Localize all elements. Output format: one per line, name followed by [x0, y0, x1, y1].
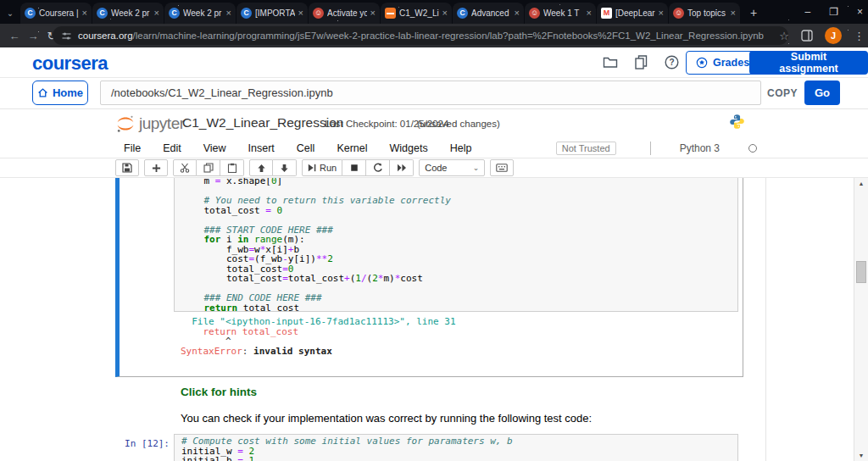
- files-folder-icon[interactable]: [603, 55, 618, 69]
- tab-close-icon[interactable]: ×: [226, 8, 231, 18]
- window-restore-button[interactable]: ❐: [829, 6, 838, 18]
- jupyter-logo-icon: [115, 114, 136, 134]
- coursera-favicon: [457, 8, 468, 19]
- menu-view[interactable]: View: [203, 142, 226, 154]
- chevron-down-icon: ⌄: [473, 164, 480, 172]
- url-text: coursera.org/learn/machine-learning/prog…: [78, 31, 764, 41]
- interrupt-kernel-button[interactable]: [342, 159, 366, 176]
- save-button[interactable]: [115, 159, 139, 176]
- coursera-logo[interactable]: coursera: [32, 53, 108, 75]
- selected-code-cell[interactable]: m = x.shape[0] # You need to return this…: [115, 178, 743, 377]
- menu-kernel[interactable]: Kernel: [337, 142, 367, 154]
- add-cell-button[interactable]: [144, 159, 168, 176]
- forward-button[interactable]: →: [24, 30, 42, 42]
- browser-menu-icon[interactable]: ⋮: [854, 30, 865, 42]
- go-button[interactable]: Go: [804, 81, 840, 105]
- paste-cell-button[interactable]: [220, 159, 244, 176]
- split-screen-icon[interactable]: [801, 30, 813, 42]
- tab-close-icon[interactable]: ×: [370, 8, 376, 18]
- tab-close-icon[interactable]: ×: [731, 8, 736, 18]
- window-close-button[interactable]: ×: [857, 6, 863, 18]
- menu-insert[interactable]: Insert: [248, 142, 275, 154]
- code-editor[interactable]: # Compute cost with some initial values …: [174, 434, 738, 461]
- home-button[interactable]: Home: [32, 81, 88, 105]
- new-tab-button[interactable]: +: [744, 3, 763, 22]
- fast-forward-icon: [397, 164, 407, 172]
- jupyter-toolbar: Run Code ⌄: [0, 158, 868, 178]
- tab-close-icon[interactable]: ×: [82, 8, 87, 18]
- tab-coursera-home[interactable]: Coursera | ×: [20, 3, 92, 24]
- tab-close-icon[interactable]: ×: [154, 8, 159, 18]
- move-cell-down-button[interactable]: [273, 159, 297, 176]
- back-button[interactable]: ←: [5, 30, 24, 42]
- scroll-up-arrow[interactable]: ▲: [854, 181, 868, 186]
- notebook-title[interactable]: C1_W2_Linear_Regression: [182, 115, 343, 131]
- menu-help[interactable]: Help: [450, 142, 472, 154]
- submit-assignment-button[interactable]: Submit assignment: [749, 51, 868, 75]
- notebook-content-area: m = x.shape[0] # You need to return this…: [0, 178, 868, 461]
- tab-close-icon[interactable]: ×: [442, 8, 448, 18]
- tab-advanced[interactable]: Advanced ×: [453, 3, 524, 24]
- tab-close-icon[interactable]: ×: [587, 8, 592, 18]
- help-icon[interactable]: ?: [665, 55, 679, 69]
- tab-activate[interactable]: Activate yo ×: [309, 3, 380, 24]
- code-editor[interactable]: m = x.shape[0] # You need to return this…: [174, 178, 738, 312]
- bookmark-star-icon[interactable]: ☆: [779, 30, 789, 42]
- menu-edit[interactable]: Edit: [163, 142, 181, 154]
- notebook-scrollbar[interactable]: ▲ ▼: [854, 178, 868, 461]
- restart-kernel-button[interactable]: [366, 159, 390, 176]
- stop-icon: [350, 164, 359, 172]
- tab-gmail[interactable]: [DeepLear ×: [597, 3, 668, 24]
- click-for-hints-link[interactable]: Click for hints: [181, 386, 257, 398]
- grades-medal-icon: [696, 57, 708, 69]
- tab-week2-practice-1[interactable]: Week 2 pr ×: [92, 3, 164, 24]
- jupyter-header: jupyter C1_W2_Linear_Regression Last Che…: [0, 109, 868, 138]
- address-bar-input[interactable]: coursera.org/learn/machine-learning/prog…: [53, 26, 788, 45]
- copy-path-button[interactable]: COPY: [767, 83, 798, 103]
- cell1-code[interactable]: m = x.shape[0] # You need to return this…: [181, 178, 734, 312]
- paste-icon: [227, 163, 237, 173]
- scroll-down-arrow[interactable]: ▼: [854, 453, 868, 458]
- cell2-code[interactable]: # Compute cost with some initial values …: [181, 436, 734, 461]
- tab-close-icon[interactable]: ×: [298, 8, 303, 18]
- gmail-favicon: [601, 8, 612, 19]
- python-logo-icon: [729, 114, 745, 130]
- restart-run-all-button[interactable]: [390, 159, 414, 176]
- run-cell-button[interactable]: Run: [302, 159, 342, 176]
- tab-important[interactable]: [IMPORTA ×: [236, 3, 308, 24]
- arrow-down-icon: [280, 164, 289, 173]
- menu-widgets[interactable]: Widgets: [390, 142, 428, 154]
- notebook-path-input[interactable]: /notebooks/C1_W2_Linear_Regression.ipynb: [100, 81, 761, 105]
- site-settings-icon[interactable]: [61, 31, 72, 42]
- profile-avatar[interactable]: J: [825, 27, 842, 44]
- tab-week1[interactable]: Week 1 T ×: [525, 3, 596, 24]
- keyboard-icon: [496, 164, 508, 172]
- test-code-cell[interactable]: In [12]: # Compute cost with some initia…: [115, 433, 743, 461]
- plus-icon: [152, 164, 161, 173]
- divider: [650, 142, 651, 155]
- browser-tab-bar: ⌄ Coursera | × Week 2 pr × Week 2 pr × […: [0, 0, 868, 24]
- menu-file[interactable]: File: [124, 142, 141, 154]
- cut-cell-button[interactable]: [173, 159, 197, 176]
- tab-top-topics[interactable]: Top topics ×: [669, 3, 740, 24]
- tab-week2-practice-2[interactable]: Week 2 pr ×: [164, 3, 236, 24]
- scrollbar-thumb[interactable]: [856, 261, 866, 283]
- tab-close-icon[interactable]: ×: [659, 8, 664, 18]
- command-palette-button[interactable]: [490, 159, 514, 176]
- copy-icon: [203, 163, 214, 173]
- tab-notebook[interactable]: C1_W2_Li ×: [381, 3, 452, 24]
- coursera-favicon: [25, 8, 36, 19]
- scissors-icon: [180, 163, 190, 173]
- window-minimize-button[interactable]: –: [805, 6, 811, 18]
- tab-close-icon[interactable]: ×: [515, 8, 520, 18]
- cell2-input-prompt: In [12]:: [115, 438, 170, 449]
- copy-files-icon[interactable]: [635, 55, 648, 69]
- cell-type-select[interactable]: Code ⌄: [419, 159, 485, 176]
- jupyter-logo[interactable]: jupyter: [115, 114, 185, 134]
- menu-cell[interactable]: Cell: [297, 142, 315, 154]
- notebook-container-edge: [765, 178, 766, 461]
- move-cell-up-button[interactable]: [249, 159, 273, 176]
- markdown-paragraph: You can check if your implementation was…: [181, 412, 592, 425]
- copy-cell-button[interactable]: [197, 159, 220, 176]
- tab-search-icon[interactable]: ⌄: [0, 2, 20, 24]
